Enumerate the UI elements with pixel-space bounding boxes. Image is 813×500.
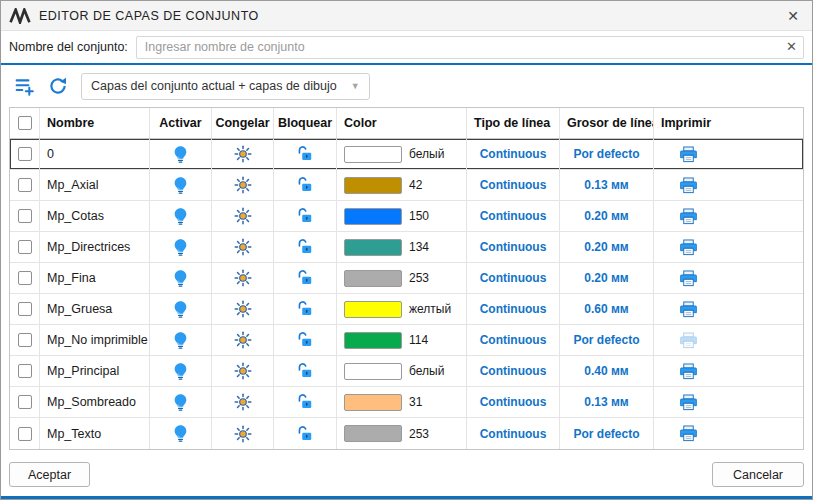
accept-button[interactable]: Aceptar: [9, 462, 90, 487]
layer-name-cell[interactable]: Mp_Sombreado: [40, 387, 150, 417]
linetype-link[interactable]: Continuous: [480, 209, 547, 223]
refresh-button[interactable]: [43, 73, 73, 100]
color-swatch[interactable]: [344, 425, 402, 442]
row-checkbox[interactable]: [18, 147, 32, 161]
linetype-link[interactable]: Continuous: [480, 333, 547, 347]
set-name-input[interactable]: [136, 36, 804, 59]
table-row[interactable]: Mp_Directrices: [10, 232, 803, 263]
sun-icon[interactable]: [234, 425, 252, 443]
printer-icon[interactable]: [679, 176, 698, 195]
bulb-on-icon[interactable]: [173, 269, 188, 288]
printer-icon[interactable]: [679, 424, 698, 443]
row-checkbox[interactable]: [18, 364, 32, 378]
unlock-icon[interactable]: [296, 393, 314, 411]
table-row[interactable]: 0: [10, 139, 803, 170]
layer-name-cell[interactable]: Mp_Fina: [40, 263, 150, 293]
table-row[interactable]: Mp_Texto: [10, 418, 803, 449]
table-row[interactable]: Mp_No imprimible: [10, 325, 803, 356]
lineweight-link[interactable]: Por defecto: [573, 427, 639, 441]
lineweight-link[interactable]: 0.20 мм: [584, 240, 628, 254]
layer-name-cell[interactable]: Mp_Axial: [40, 170, 150, 200]
bulb-on-icon[interactable]: [173, 424, 188, 443]
linetype-link[interactable]: Continuous: [480, 271, 547, 285]
color-swatch[interactable]: [344, 332, 402, 349]
sun-icon[interactable]: [234, 238, 252, 256]
linetype-link[interactable]: Continuous: [480, 302, 547, 316]
sun-icon[interactable]: [234, 269, 252, 287]
linetype-link[interactable]: Continuous: [480, 364, 547, 378]
row-checkbox[interactable]: [18, 209, 32, 223]
row-checkbox[interactable]: [18, 302, 32, 316]
linetype-link[interactable]: Continuous: [480, 427, 547, 441]
unlock-icon[interactable]: [296, 207, 314, 225]
lineweight-link[interactable]: Por defecto: [573, 147, 639, 161]
table-row[interactable]: Mp_Sombreado: [10, 387, 803, 418]
bulb-on-icon[interactable]: [173, 145, 188, 164]
unlock-icon[interactable]: [296, 238, 314, 256]
row-checkbox[interactable]: [18, 240, 32, 254]
printer-icon[interactable]: [679, 393, 698, 412]
sun-icon[interactable]: [234, 176, 252, 194]
bulb-on-icon[interactable]: [173, 176, 188, 195]
cancel-button[interactable]: Cancelar: [712, 462, 804, 487]
sun-icon[interactable]: [234, 207, 252, 225]
sun-icon[interactable]: [234, 331, 252, 349]
table-row[interactable]: Mp_Cotas: [10, 201, 803, 232]
lineweight-link[interactable]: 0.20 мм: [584, 209, 628, 223]
table-row[interactable]: Mp_Fina: [10, 263, 803, 294]
table-row[interactable]: Mp_Gruesa: [10, 294, 803, 325]
color-swatch[interactable]: [344, 239, 402, 256]
linetype-link[interactable]: Continuous: [480, 147, 547, 161]
printer-icon[interactable]: [679, 331, 698, 350]
close-icon[interactable]: ✕: [778, 3, 808, 29]
select-all-checkbox[interactable]: [18, 116, 32, 130]
bulb-on-icon[interactable]: [173, 238, 188, 257]
color-swatch[interactable]: [344, 146, 402, 163]
layer-name-cell[interactable]: 0: [40, 139, 150, 169]
color-swatch[interactable]: [344, 270, 402, 287]
lineweight-link[interactable]: 0.40 мм: [584, 364, 628, 378]
unlock-icon[interactable]: [296, 425, 314, 443]
printer-icon[interactable]: [679, 238, 698, 257]
table-row[interactable]: Mp_Principal: [10, 356, 803, 387]
layer-name-cell[interactable]: Mp_Cotas: [40, 201, 150, 231]
lineweight-link[interactable]: Por defecto: [573, 333, 639, 347]
lineweight-link[interactable]: 0.13 мм: [584, 395, 628, 409]
printer-icon[interactable]: [679, 362, 698, 381]
color-swatch[interactable]: [344, 301, 402, 318]
table-row[interactable]: Mp_Axial: [10, 170, 803, 201]
printer-icon[interactable]: [679, 300, 698, 319]
unlock-icon[interactable]: [296, 145, 314, 163]
row-checkbox[interactable]: [18, 178, 32, 192]
unlock-icon[interactable]: [296, 300, 314, 318]
color-swatch[interactable]: [344, 208, 402, 225]
bulb-on-icon[interactable]: [173, 362, 188, 381]
printer-icon[interactable]: [679, 207, 698, 226]
layer-name-cell[interactable]: Mp_Principal: [40, 356, 150, 386]
color-swatch[interactable]: [344, 363, 402, 380]
bulb-on-icon[interactable]: [173, 393, 188, 412]
layer-filter-dropdown[interactable]: Capas del conjunto actual + capas de dib…: [81, 73, 370, 100]
printer-icon[interactable]: [679, 145, 698, 164]
row-checkbox[interactable]: [18, 333, 32, 347]
sun-icon[interactable]: [234, 362, 252, 380]
bulb-on-icon[interactable]: [173, 207, 188, 226]
sun-icon[interactable]: [234, 393, 252, 411]
row-checkbox[interactable]: [18, 271, 32, 285]
linetype-link[interactable]: Continuous: [480, 395, 547, 409]
add-layer-set-button[interactable]: [9, 73, 39, 100]
bulb-on-icon[interactable]: [173, 300, 188, 319]
unlock-icon[interactable]: [296, 176, 314, 194]
color-swatch[interactable]: [344, 177, 402, 194]
unlock-icon[interactable]: [296, 362, 314, 380]
layer-name-cell[interactable]: Mp_Gruesa: [40, 294, 150, 324]
printer-icon[interactable]: [679, 269, 698, 288]
lineweight-link[interactable]: 0.20 мм: [584, 271, 628, 285]
sun-icon[interactable]: [234, 145, 252, 163]
clear-input-icon[interactable]: ✕: [786, 40, 797, 53]
unlock-icon[interactable]: [296, 331, 314, 349]
bulb-on-icon[interactable]: [173, 331, 188, 350]
layer-name-cell[interactable]: Mp_Texto: [40, 418, 150, 449]
layer-name-cell[interactable]: Mp_Directrices: [40, 232, 150, 262]
row-checkbox[interactable]: [18, 427, 32, 441]
